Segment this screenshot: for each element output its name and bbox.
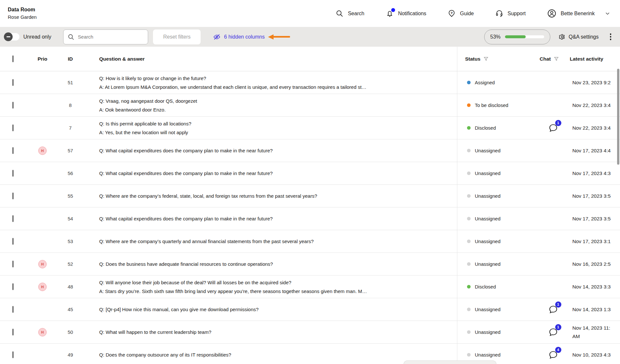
row-checkbox[interactable] bbox=[12, 215, 14, 222]
table-row[interactable]: H 52 Q: Does the business have adequate … bbox=[0, 253, 620, 276]
activity-line1: Nov 17, 2023 3:5 bbox=[572, 215, 620, 223]
page-title: Data Room bbox=[8, 6, 37, 14]
row-checkbox[interactable] bbox=[12, 306, 14, 313]
more-options-kebab[interactable] bbox=[607, 33, 614, 40]
row-checkbox[interactable] bbox=[12, 261, 14, 267]
latest-activity-cell: Nov 14, 2023 3:3 bbox=[570, 283, 620, 291]
progress-fill bbox=[505, 35, 526, 38]
search-input[interactable] bbox=[78, 34, 144, 40]
unread-only-toggle[interactable] bbox=[5, 33, 19, 41]
notification-badge-dot bbox=[391, 8, 395, 12]
row-id: 53 bbox=[56, 239, 85, 244]
status-cell: Disclosed bbox=[457, 276, 536, 298]
column-header-id[interactable]: ID bbox=[56, 56, 85, 62]
filter-funnel-icon[interactable] bbox=[554, 56, 559, 62]
status-label: Unassigned bbox=[475, 239, 500, 244]
table-row[interactable]: H 50 Q: What will happen to the current … bbox=[0, 321, 620, 344]
question-answer-cell[interactable]: Q: How is it likely to grow or change in… bbox=[85, 74, 457, 91]
vertical-scrollbar-thumb[interactable] bbox=[617, 69, 619, 165]
priority-badge: H bbox=[38, 283, 47, 291]
row-checkbox[interactable] bbox=[12, 147, 14, 154]
answer-line: A: At Lorem Ipsum M&A Corporation, we un… bbox=[99, 83, 457, 91]
question-answer-cell[interactable]: Q: Does the business have adequate finan… bbox=[85, 260, 457, 268]
notifications-button[interactable]: Notifications bbox=[386, 9, 426, 18]
row-checkbox[interactable] bbox=[12, 124, 14, 131]
table-row[interactable]: 8 Q: Vraag, nog aangepast door QS, doorg… bbox=[0, 94, 620, 117]
status-dot bbox=[467, 240, 471, 243]
table-row[interactable]: 45 Q: [Qr-p4] How nice this manual, can … bbox=[0, 298, 620, 321]
question-answer-cell[interactable]: Q: Is this permit applicable to all loca… bbox=[85, 119, 457, 137]
row-checkbox[interactable] bbox=[12, 170, 14, 177]
support-button[interactable]: Support bbox=[495, 9, 526, 18]
row-checkbox[interactable] bbox=[12, 193, 14, 199]
table-body: 51 Q: How is it likely to grow or change… bbox=[0, 71, 620, 364]
question-answer-cell[interactable]: Q: Where are the company’s quarterly and… bbox=[85, 237, 457, 246]
row-checkbox[interactable] bbox=[12, 79, 14, 86]
question-answer-cell[interactable]: Q: What will happen to the current leade… bbox=[85, 328, 457, 336]
reset-filters-button[interactable]: Reset filters bbox=[153, 29, 201, 44]
global-search-button[interactable]: Search bbox=[335, 9, 364, 18]
question-answer-cell[interactable]: Q: Where are the company’s federal, stat… bbox=[85, 192, 457, 200]
question-answer-cell[interactable]: Q: [Qr-p4] How nice this manual, can you… bbox=[85, 305, 457, 314]
column-header-status[interactable]: Status bbox=[457, 47, 536, 71]
row-checkbox[interactable] bbox=[12, 102, 14, 109]
row-checkbox[interactable] bbox=[12, 329, 14, 335]
status-label: Unassigned bbox=[475, 193, 500, 199]
arrow-shaft bbox=[273, 36, 290, 38]
status-label: Unassigned bbox=[475, 329, 500, 335]
status-cell: Unassigned bbox=[457, 139, 536, 162]
latest-activity-cell: Nov 17, 2023 4:4 bbox=[570, 147, 620, 155]
column-header-chat[interactable]: Chat bbox=[536, 56, 570, 62]
question-answer-cell[interactable]: Q: Does the company outsource any of its… bbox=[85, 350, 457, 359]
table-row[interactable]: H 57 Q: What capital expenditures does t… bbox=[0, 139, 620, 162]
question-answer-cell[interactable]: Q: What capital expenditures does the co… bbox=[85, 214, 457, 223]
question-answer-cell[interactable]: Q: What capital expenditures does the co… bbox=[85, 169, 457, 178]
table-row[interactable]: 54 Q: What capital expenditures does the… bbox=[0, 207, 620, 230]
search-icon bbox=[335, 9, 344, 18]
column-header-qa[interactable]: Question & answer bbox=[85, 56, 457, 62]
table-row[interactable]: 51 Q: How is it likely to grow or change… bbox=[0, 71, 620, 94]
question-line: Q: Does the business have adequate finan… bbox=[99, 260, 457, 268]
latest-activity-cell: Nov 14, 2023 1:3 bbox=[570, 305, 620, 314]
status-cell: Unassigned bbox=[457, 253, 536, 275]
chat-button[interactable]: 1 bbox=[548, 123, 558, 133]
activity-line1: Nov 14, 2023 11: bbox=[572, 324, 620, 332]
status-dot bbox=[467, 308, 471, 311]
chat-button[interactable]: 4 bbox=[548, 350, 558, 360]
question-answer-cell[interactable]: Q: Vraag, nog aangepast door QS, doorgez… bbox=[85, 97, 457, 114]
progress-percent: 53% bbox=[490, 34, 501, 40]
table-row[interactable]: H 48 Q: Will anyone lose their job becau… bbox=[0, 276, 620, 298]
table-row[interactable]: 55 Q: Where are the company’s federal, s… bbox=[0, 185, 620, 207]
status-dot bbox=[467, 149, 471, 152]
status-label: Disclosed bbox=[475, 125, 496, 131]
row-checkbox[interactable] bbox=[12, 283, 14, 290]
chat-button[interactable]: 1 bbox=[548, 305, 558, 314]
question-answer-cell[interactable]: Q: What capital expenditures does the co… bbox=[85, 146, 457, 155]
question-pin-icon: ? bbox=[448, 9, 456, 18]
qa-settings-button[interactable]: Q&A settings bbox=[559, 33, 599, 41]
row-id: 48 bbox=[56, 284, 85, 289]
status-dot bbox=[467, 81, 471, 84]
latest-activity-cell: Nov 16, 2023 2:5 bbox=[570, 260, 620, 268]
table-row[interactable]: 56 Q: What capital expenditures does the… bbox=[0, 162, 620, 185]
column-header-prio[interactable]: Prio bbox=[29, 56, 56, 62]
table-row[interactable]: 49 Q: Does the company outsource any of … bbox=[0, 344, 620, 364]
select-all-checkbox[interactable] bbox=[12, 55, 14, 62]
filter-funnel-icon[interactable] bbox=[483, 56, 489, 62]
row-checkbox[interactable] bbox=[12, 238, 14, 245]
latest-activity-cell: Nov 14, 2023 11: AM bbox=[570, 324, 620, 341]
table-row[interactable]: 53 Q: Where are the company’s quarterly … bbox=[0, 230, 620, 253]
row-checkbox[interactable] bbox=[12, 351, 14, 358]
chat-button[interactable]: 1 bbox=[548, 327, 558, 337]
guide-button[interactable]: ? Guide bbox=[448, 9, 474, 18]
status-dot bbox=[467, 330, 471, 334]
hidden-columns-link[interactable]: 6 hidden columns bbox=[213, 33, 264, 41]
table-row[interactable]: 7 Q: Is this permit applicable to all lo… bbox=[0, 117, 620, 139]
status-dot bbox=[467, 126, 471, 130]
answer-line: A: Yes, but the new location will not ap… bbox=[99, 128, 457, 137]
question-answer-cell[interactable]: Q: Will anyone lose their job because of… bbox=[85, 278, 457, 296]
question-line: Q: Where are the company’s quarterly and… bbox=[99, 237, 457, 246]
chevron-down-icon[interactable] bbox=[605, 11, 610, 16]
column-header-activity[interactable]: Latest activity bbox=[570, 56, 620, 62]
user-menu[interactable]: Bette Benerink bbox=[547, 9, 610, 18]
